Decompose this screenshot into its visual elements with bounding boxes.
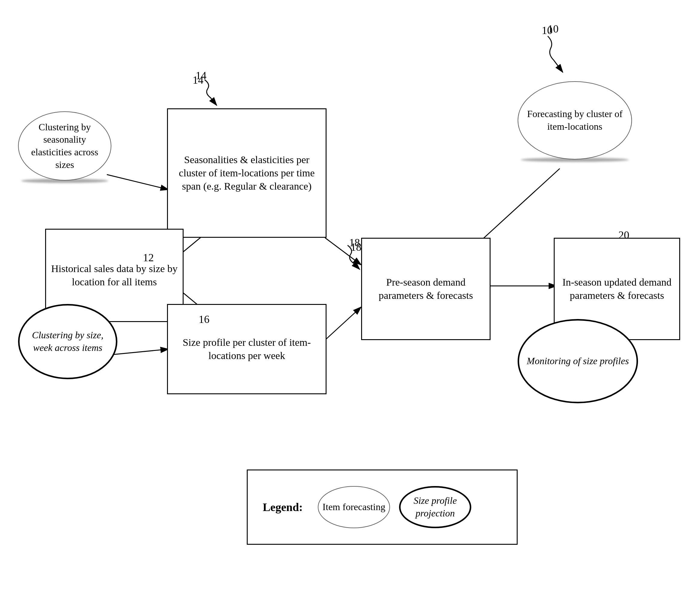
inseason-label: In-season updated demand parameters & fo… [559,276,675,302]
forecasting-cluster-label: Forecasting by cluster of item-locations [523,108,627,133]
seasonalities-box: Seasonalities & elasticities per cluster… [167,108,327,238]
svg-line-3 [107,175,169,190]
clustering-size-ellipse: Clustering by size, week across items [18,304,117,379]
ref-18-label: 18 [351,241,361,253]
legend-size-profile-label: Size profile projection [400,494,470,519]
ref-20-label: 20 [618,229,629,242]
clustering-size-label: Clustering by size, week across items [24,329,111,354]
clustering-seasonality-label: Clustering by seasonality elasticities a… [23,121,106,171]
legend-item-forecasting-ellipse: Item forecasting [318,486,390,528]
clustering-seasonality-ellipse: Clustering by seasonality elasticities a… [18,111,111,180]
ref-16-label: 16 [199,313,209,325]
ref-12-label: 12 [143,251,154,264]
monitoring-label: Monitoring of size profiles [527,355,629,367]
legend-size-profile-ellipse: Size profile projection [399,486,471,528]
size-profile-label: Size profile per cluster of item-locatio… [172,336,321,362]
forecasting-cluster-ellipse: Forecasting by cluster of item-locations [517,81,632,160]
preseason-box: Pre-season demand parameters & forecasts [361,238,491,340]
ref-14-label: 14 [193,74,203,86]
legend-box: Legend: Item forecasting Size profile pr… [247,470,517,545]
svg-line-8 [325,307,361,340]
seasonalities-label: Seasonalities & elasticities per cluster… [172,153,321,193]
size-profile-box: Size profile per cluster of item-locatio… [167,304,327,394]
legend-title: Legend: [263,501,303,514]
legend-item-forecasting-label: Item forecasting [323,501,386,513]
historical-sales-label: Historical sales data by size by locatio… [51,262,178,289]
ref-10-label: 10 [548,23,559,35]
monitoring-ellipse: Monitoring of size profiles [517,319,638,403]
diagram: 10 14 12 16 18 20 Clustering by seasonal… [0,0,700,595]
preseason-label: Pre-season demand parameters & forecasts [367,276,485,302]
